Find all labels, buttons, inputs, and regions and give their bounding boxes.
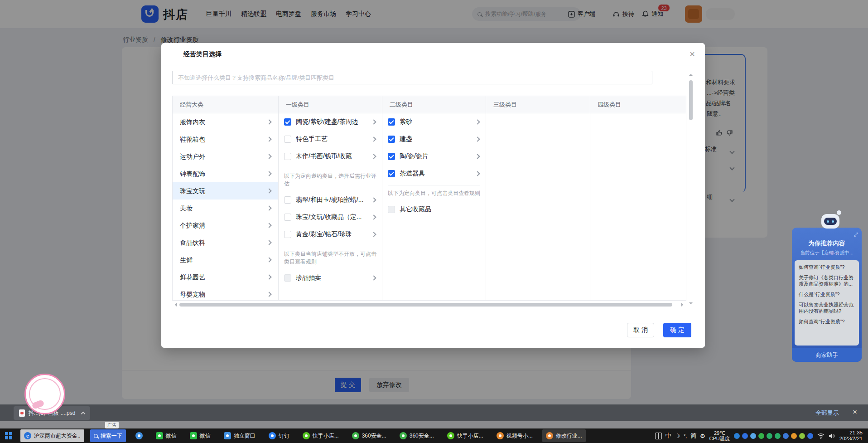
ime-simplified-indicator[interactable]: 简 <box>690 432 696 440</box>
category-checkbox[interactable] <box>388 170 395 177</box>
category-checkbox[interactable] <box>284 231 291 238</box>
assistant-question[interactable]: 如何查询“行业资质”? <box>799 264 855 270</box>
level2-category-row[interactable]: 茶道器具 <box>382 165 486 182</box>
taskbar-app-微信[interactable]: 微信 <box>186 429 214 442</box>
assistant-question[interactable]: 什么是“行业资质”? <box>799 291 855 297</box>
category-label: 其它收藏品 <box>400 205 479 214</box>
level1-category-row[interactable]: 陶瓷/紫砂/建盏/茶周边 <box>279 113 382 131</box>
vertical-scroll-thumb[interactable] <box>689 80 693 120</box>
level1-category-row[interactable]: 木作/书画/钱币/收藏 <box>279 148 382 165</box>
huorong-icon[interactable] <box>791 433 797 439</box>
major-category-row[interactable]: 运动户外 <box>173 148 278 165</box>
docs-icon[interactable] <box>783 433 789 439</box>
assistant-question[interactable]: 可以售卖营业执照经营范围内没有的商品吗? <box>799 302 855 314</box>
assistant-question[interactable]: 关于修订《各类目行业资质及商品资质标准》的... <box>799 274 855 287</box>
defender-icon[interactable] <box>807 433 813 439</box>
cloud-icon[interactable] <box>750 433 756 439</box>
category-checkbox[interactable] <box>284 118 291 126</box>
major-category-row[interactable]: 个护家清 <box>173 217 278 234</box>
major-category-row[interactable]: 鲜花园艺 <box>173 268 278 286</box>
moon-icon[interactable]: ☽ <box>675 433 680 439</box>
input-method-area[interactable]: 中 ☽ °, 简 ⚙ <box>655 432 705 440</box>
taskbar-clock[interactable]: 21:35 2023/2/21 <box>839 430 863 442</box>
category-label: 建盏 <box>400 135 471 143</box>
confirm-button[interactable]: 确 定 <box>663 323 691 337</box>
expand-icon[interactable]: ⤢ <box>854 231 858 238</box>
taskbar-app-视频号小...[interactable]: 视频号小... <box>493 429 536 442</box>
close-icon[interactable]: × <box>690 49 695 59</box>
horizontal-scroll-thumb[interactable] <box>179 303 672 307</box>
level1-category-row[interactable]: 黄金/彩宝/钻石/珍珠 <box>279 226 382 243</box>
category-checkbox[interactable] <box>284 214 291 221</box>
taskbar-app-快手小店...[interactable]: 快手小店... <box>299 429 342 442</box>
360-tray-icon[interactable] <box>758 433 764 439</box>
speaker-icon[interactable] <box>829 433 835 439</box>
category-checkbox[interactable] <box>388 206 395 213</box>
taskbar-app-修改行业...[interactable]: 修改行业... <box>542 429 586 442</box>
close-download-bar-icon[interactable]: × <box>853 408 857 417</box>
major-category-row[interactable]: 钟表配饰 <box>173 165 278 182</box>
category-checkbox[interactable] <box>284 136 291 143</box>
ime-language-indicator[interactable]: 中 <box>665 432 671 440</box>
category-checkbox[interactable] <box>284 274 291 282</box>
assistant-question[interactable]: 如何查询“行业资质”? <box>799 318 855 325</box>
chevron-up-icon[interactable] <box>81 412 86 416</box>
major-category-row[interactable]: 食品饮料 <box>173 234 278 251</box>
cpu-temperature-widget[interactable]: 29℃ CPU温度 <box>709 430 730 441</box>
taskbar-app-360安全...[interactable]: 360安全... <box>396 429 438 442</box>
taskbar-app-钉钉[interactable]: 钉钉 <box>265 429 293 442</box>
major-category-row[interactable]: 服饰内衣 <box>173 113 278 131</box>
taskbar-app-快手小店...[interactable]: 快手小店... <box>444 429 487 442</box>
show-all-downloads-link[interactable]: 全部显示 <box>815 409 839 417</box>
taskbar-app-label: 微信 <box>200 432 211 440</box>
scroll-left-arrow[interactable] <box>173 303 177 307</box>
taskbar-app-微信[interactable]: 微信 <box>152 429 180 442</box>
level2-category-row[interactable]: 建盏 <box>382 131 486 148</box>
category-checkbox[interactable] <box>284 153 291 160</box>
major-category-row[interactable]: 母婴宠物 <box>173 286 278 301</box>
major-category-row[interactable]: 鞋靴箱包 <box>173 131 278 148</box>
level2-category-row[interactable]: 陶/瓷/瓷片 <box>382 148 486 165</box>
scroll-right-arrow[interactable] <box>681 303 685 307</box>
chevron-right-icon <box>475 171 480 176</box>
level2-category-row[interactable]: 紫砂 <box>382 113 486 131</box>
wechat-tray-icon[interactable] <box>767 433 772 439</box>
taskbar-app-沪深两市超大资金..[interactable]: e沪深两市超大资金.. <box>20 429 84 442</box>
ime-punct-indicator[interactable]: °, <box>684 433 687 438</box>
category-label: 陶/瓷/瓷片 <box>400 152 471 161</box>
major-category-row[interactable]: 生鲜 <box>173 251 278 268</box>
level1-category-row[interactable]: 特色手工艺 <box>279 131 382 148</box>
edge-browser-icon[interactable] <box>734 433 740 439</box>
gear-icon[interactable]: ⚙ <box>700 433 705 439</box>
start-button-icon[interactable] <box>3 430 14 442</box>
major-category-row[interactable]: 美妆 <box>173 200 278 217</box>
scroll-down-arrow[interactable] <box>689 302 693 306</box>
wifi-icon[interactable] <box>817 433 825 439</box>
major-category-row[interactable]: 珠宝文玩 <box>173 182 278 200</box>
taskbar-app-360安全...[interactable]: 360安全... <box>348 429 390 442</box>
major-category-label: 钟表配饰 <box>180 170 205 177</box>
taskbar-app-搜索一下[interactable]: 搜索一下 <box>90 429 126 442</box>
merchant-assistant-button[interactable]: 商家助手 <box>792 348 862 362</box>
category-search-input[interactable] <box>172 71 652 84</box>
category-checkbox[interactable] <box>388 118 395 126</box>
level1-category-row[interactable]: 珍品拍卖 <box>279 269 382 287</box>
horizontal-scrollbar[interactable] <box>173 302 685 307</box>
ime-grid-icon[interactable] <box>655 433 662 439</box>
taskbar-app-独立窗口[interactable]: 独立窗口 <box>220 429 259 442</box>
assistant-question-card: 如何查询“行业资质”? 关于修订《各类目行业资质及商品资质标准》的... 什么是… <box>795 260 859 346</box>
assistant-robot-icon[interactable] <box>820 212 840 230</box>
category-checkbox[interactable] <box>284 196 291 204</box>
wechat-tray-icon[interactable] <box>775 433 781 439</box>
level1-category-row[interactable]: 珠宝/文玩/收藏品（定... <box>279 209 382 226</box>
taskbar-app-icon[interactable] <box>132 429 146 442</box>
antivirus-icon[interactable] <box>799 433 805 439</box>
vertical-scrollbar[interactable] <box>688 71 694 305</box>
category-checkbox[interactable] <box>388 153 395 160</box>
level1-category-row[interactable]: 翡翠/和田玉/琥珀蜜蜡/... <box>279 191 382 209</box>
cancel-button[interactable]: 取 消 <box>627 323 654 337</box>
level2-category-row[interactable]: 其它收藏品 <box>382 201 486 218</box>
scroll-up-arrow[interactable] <box>689 72 693 76</box>
security-icon[interactable] <box>742 433 748 439</box>
category-checkbox[interactable] <box>388 136 395 143</box>
